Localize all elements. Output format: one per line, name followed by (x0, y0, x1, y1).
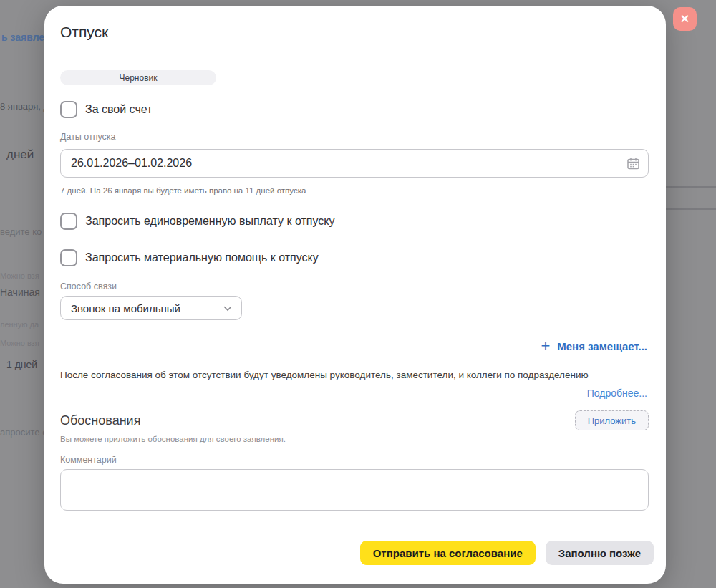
aid-checkbox-row[interactable]: Запросить материальную помощь к отпуску (60, 249, 319, 266)
dates-input[interactable] (60, 149, 649, 178)
modal-footer: Отправить на согласование Заполню позже (360, 541, 654, 565)
calendar-icon[interactable] (626, 156, 640, 170)
background-text-fragment: Начиная (0, 286, 40, 298)
comment-field-label: Комментарий (60, 455, 649, 465)
justification-subtitle: Вы можете приложить обоснования для свое… (60, 435, 649, 443)
close-icon: ✕ (680, 14, 690, 25)
own-expense-checkbox[interactable] (60, 101, 77, 118)
chevron-down-icon (223, 302, 232, 314)
status-badge: Черновик (60, 70, 216, 85)
background-text-fragment: дней (6, 148, 34, 162)
more-link[interactable]: Подробнее... (587, 387, 647, 399)
background-text-fragment: апросите с (0, 427, 47, 438)
replace-link[interactable]: Меня замещает... (557, 340, 647, 352)
background-link-fragment: ь заявле (1, 32, 44, 43)
submit-button[interactable]: Отправить на согласование (360, 541, 536, 565)
background-divider (664, 186, 716, 188)
more-row: Подробнее... (60, 387, 649, 399)
background-text-fragment: ленную да (0, 320, 39, 329)
modal-title: Отпуск (60, 23, 649, 42)
notify-text: После согласования об этом отсутствии бу… (60, 369, 649, 382)
aid-label: Запросить материальную помощь к отпуску (85, 251, 319, 264)
attach-button[interactable]: Приложить (575, 410, 649, 430)
replace-row: + Меня замещает... (60, 339, 649, 353)
background-text-fragment: 1 дней (6, 359, 37, 370)
justification-header: Обоснования Приложить (60, 410, 649, 430)
background-text-fragment: Можно взя (0, 271, 39, 280)
background-text-fragment: 8 января, д (0, 101, 49, 112)
contact-method-select[interactable]: Звонок на мобильный (60, 296, 242, 320)
background-text-fragment: ведите ко (0, 226, 42, 237)
payment-checkbox[interactable] (60, 213, 77, 230)
fill-later-button[interactable]: Заполню позже (546, 541, 654, 565)
aid-checkbox[interactable] (60, 249, 77, 266)
contact-field-label: Способ связи (60, 281, 649, 291)
vacation-request-modal: Отпуск Черновик За свой счет Даты отпуск… (44, 6, 666, 584)
plus-icon: + (541, 339, 550, 353)
own-expense-label: За свой счет (85, 103, 152, 116)
own-expense-checkbox-row[interactable]: За свой счет (60, 101, 152, 118)
payment-label: Запросить единовременную выплату к отпус… (85, 215, 334, 228)
comment-textarea[interactable] (60, 469, 649, 511)
justification-title: Обоснования (60, 413, 140, 428)
dates-field-label: Даты отпуска (60, 132, 649, 142)
background-text-fragment: Можно взя (0, 339, 39, 347)
background-divider (664, 208, 716, 210)
close-button[interactable]: ✕ (673, 7, 697, 31)
contact-method-value: Звонок на мобильный (71, 302, 180, 314)
dates-helper-text: 7 дней. На 26 января вы будете иметь пра… (60, 186, 649, 195)
dates-input-wrap (60, 149, 649, 178)
payment-checkbox-row[interactable]: Запросить единовременную выплату к отпус… (60, 213, 334, 230)
